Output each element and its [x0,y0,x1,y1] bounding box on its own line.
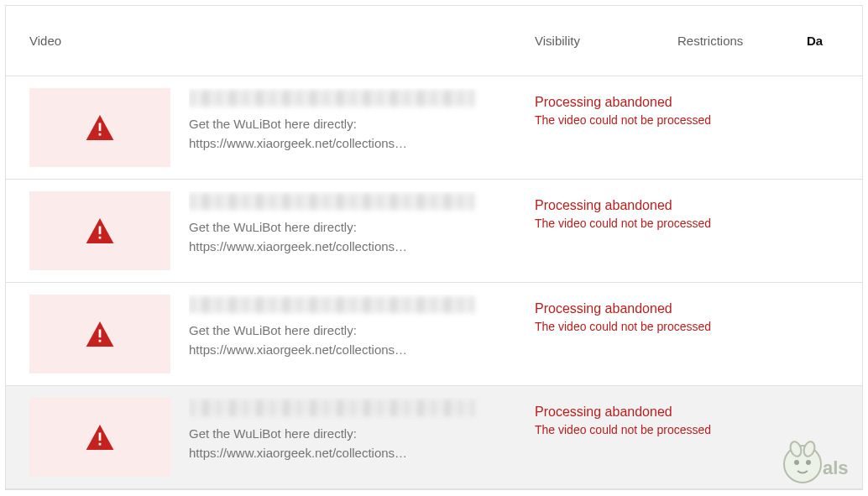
status-subtitle: The video could not be processed [535,423,862,436]
video-table: Video Visibility Restrictions Da Get the… [5,5,863,490]
warning-triangle-icon [86,321,114,347]
column-header-date[interactable]: Da [793,34,862,48]
svg-rect-3 [99,237,102,239]
video-text: Get the WuLiBot here directly: https://w… [189,398,508,477]
cell-video: Get the WuLiBot here directly: https://w… [6,191,508,270]
cell-video: Get the WuLiBot here directly: https://w… [6,398,508,477]
status-title: Processing abandoned [535,301,862,316]
cell-video: Get the WuLiBot here directly: https://w… [6,295,508,373]
table-row[interactable]: Get the WuLiBot here directly: https://w… [6,386,862,489]
svg-rect-4 [99,330,102,338]
video-title-redacted [189,296,474,313]
warning-triangle-icon [86,218,114,243]
svg-rect-5 [99,340,102,342]
video-description: Get the WuLiBot here directly: https://w… [189,321,491,359]
video-thumbnail[interactable] [29,295,170,373]
video-title-redacted [189,90,474,107]
video-text: Get the WuLiBot here directly: https://w… [189,295,508,373]
status-subtitle: The video could not be processed [535,113,862,127]
column-header-visibility[interactable]: Visibility [508,34,651,48]
table-row[interactable]: Get the WuLiBot here directly: https://w… [6,76,862,180]
table-row[interactable]: Get the WuLiBot here directly: https://w… [6,180,862,283]
video-description: Get the WuLiBot here directly: https://w… [189,218,491,256]
video-thumbnail[interactable] [29,398,170,477]
cell-status: Processing abandoned The video could not… [508,398,862,477]
warning-triangle-icon [86,115,114,140]
svg-rect-0 [99,123,102,132]
table-header-row: Video Visibility Restrictions Da [6,6,862,76]
cell-status: Processing abandoned The video could not… [508,295,862,373]
video-title-redacted [189,399,474,416]
warning-triangle-icon [86,425,114,450]
table-row[interactable]: Get the WuLiBot here directly: https://w… [6,283,862,386]
video-text: Get the WuLiBot here directly: https://w… [189,191,508,270]
cell-status: Processing abandoned The video could not… [508,191,862,270]
video-text: Get the WuLiBot here directly: https://w… [189,88,508,167]
status-title: Processing abandoned [535,198,862,213]
video-thumbnail[interactable] [29,88,170,167]
status-subtitle: The video could not be processed [535,217,862,230]
video-description: Get the WuLiBot here directly: https://w… [189,425,491,462]
status-title: Processing abandoned [535,405,862,420]
column-header-video[interactable]: Video [6,34,508,48]
cell-video: Get the WuLiBot here directly: https://w… [6,88,508,167]
video-description: Get the WuLiBot here directly: https://w… [189,115,491,153]
column-header-restrictions[interactable]: Restrictions [651,34,793,48]
svg-rect-1 [99,133,102,136]
status-subtitle: The video could not be processed [535,320,862,333]
status-title: Processing abandoned [535,95,862,110]
svg-rect-6 [99,433,102,441]
cell-status: Processing abandoned The video could not… [508,88,862,167]
svg-rect-2 [99,227,102,235]
svg-rect-7 [99,443,102,446]
video-thumbnail[interactable] [29,191,170,270]
video-title-redacted [189,193,474,210]
